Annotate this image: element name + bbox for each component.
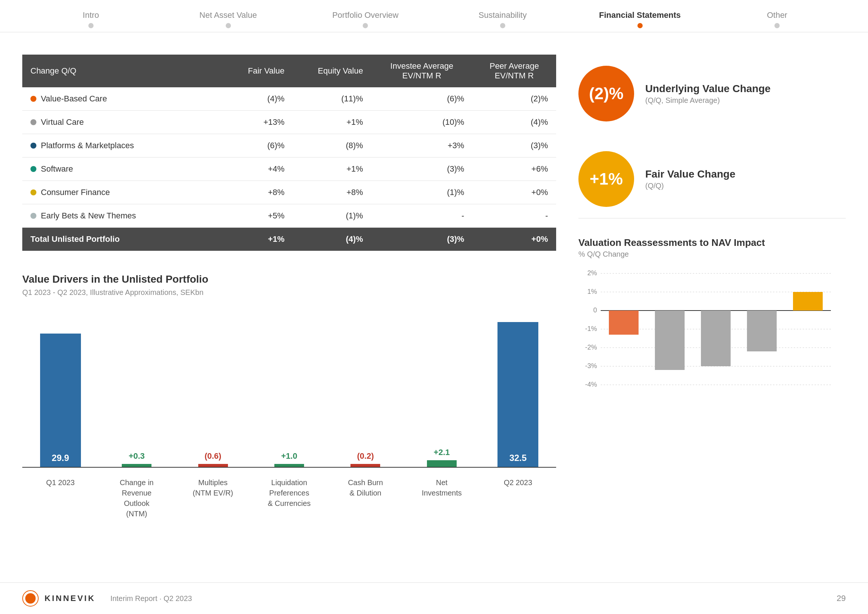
x-axis-label: Net Investments — [403, 477, 480, 519]
row-label: Value-Based Care — [22, 87, 225, 111]
col-header-peer: Peer Average EV/NTM R — [472, 54, 556, 87]
bar-group: +0.3 — [98, 312, 175, 467]
category-dot — [31, 190, 36, 195]
delta-label: +2.1 — [434, 448, 450, 457]
x-axis-label: Q1 2023 — [22, 477, 98, 519]
equity-value-cell: (1)% — [293, 204, 371, 228]
category-dot — [31, 119, 36, 125]
row-label: Platforms & Marketplaces — [22, 134, 225, 157]
svg-text:0: 0 — [593, 306, 597, 314]
svg-text:-3%: -3% — [585, 362, 597, 370]
x-axis-label: Liquidation Preferences & Currencies — [251, 477, 327, 519]
bar-group: (0.2) — [327, 312, 403, 467]
nav-dot-financial — [637, 23, 643, 28]
peer-cell: (4)% — [472, 111, 556, 134]
nav-item-other[interactable]: Other — [708, 10, 846, 25]
logo-text: KINNEVIK — [45, 594, 95, 603]
delta-bar — [427, 460, 457, 467]
nav-dot-portfolio — [363, 23, 368, 28]
table-row: Value-Based Care (4)% (11)% (6)% (2)% — [22, 87, 556, 111]
footer-page-number: 29 — [837, 594, 846, 603]
svg-text:-1%: -1% — [585, 325, 597, 333]
bar-group: (0.6) — [175, 312, 251, 467]
x-axis-label: Cash Burn & Dilution — [327, 477, 403, 519]
footer-logo: KINNEVIK — [22, 590, 95, 606]
category-dot — [31, 96, 36, 102]
fair-value-cell: +5% — [225, 204, 293, 228]
svg-text:1%: 1% — [587, 288, 597, 295]
fair-value-cell: +8% — [225, 181, 293, 204]
equity-value-cell: +8% — [293, 181, 371, 204]
fair-value-cell: (4)% — [225, 87, 293, 111]
peer-cell: - — [472, 204, 556, 228]
fair-value-group: +1% Fair Value Change (Q/Q) — [578, 151, 735, 207]
nav-item-portfolio[interactable]: Portfolio Overview — [297, 10, 434, 25]
row-label: Virtual Care — [22, 111, 225, 134]
investee-cell: (1)% — [371, 181, 472, 204]
nav-dot-intro — [88, 23, 93, 28]
delta-label: +1.0 — [281, 451, 297, 461]
val-bar — [701, 311, 731, 366]
fair-value-cell: +13% — [225, 111, 293, 134]
row-label: Consumer Finance — [22, 181, 225, 204]
main-content: Change Q/Q Fair Value Equity Value Inves… — [0, 32, 868, 520]
nav-dot-nav — [226, 23, 231, 28]
investee-cell: - — [371, 204, 472, 228]
svg-text:-4%: -4% — [585, 381, 597, 388]
val-bar — [747, 311, 777, 351]
fair-value-cell: +4% — [225, 157, 293, 181]
row-label: Early Bets & New Themes — [22, 204, 225, 228]
total-row: Total Unlisted Portfolio +1% (4)% (3)% +… — [22, 228, 556, 251]
left-panel: Change Q/Q Fair Value Equity Value Inves… — [22, 54, 556, 505]
investee-cell: (3)% — [371, 157, 472, 181]
underlying-value-text: Underlying Value Change (Q/Q, Simple Ave… — [645, 83, 771, 105]
fair-value-circle: +1% — [578, 151, 634, 207]
col-header-equity: Equity Value — [293, 54, 371, 87]
investee-cell: (6)% — [371, 87, 472, 111]
bar-group: +1.0 — [251, 312, 327, 467]
bar-inner-label: 32.5 — [509, 453, 527, 463]
nav-item-sustainability[interactable]: Sustainability — [434, 10, 571, 25]
right-panel: (2)% Underlying Value Change (Q/Q, Simpl… — [578, 54, 846, 505]
category-dot — [31, 213, 36, 219]
logo-icon — [22, 590, 39, 606]
delta-label: (0.6) — [205, 451, 221, 461]
valuation-svg: 2%1%0-1%-2%-3%-4%AverageWrite-DownWeight… — [578, 266, 846, 437]
val-bar — [655, 311, 685, 370]
total-investee: (3)% — [371, 228, 472, 251]
main-bar: 29.9 — [40, 334, 81, 467]
delta-bar — [122, 464, 152, 467]
peer-cell: (2)% — [472, 87, 556, 111]
delta-label: (0.2) — [357, 451, 374, 461]
table-row: Platforms & Marketplaces (6)% (8)% +3% (… — [22, 134, 556, 157]
investee-cell: +3% — [371, 134, 472, 157]
underlying-value-group: (2)% Underlying Value Change (Q/Q, Simpl… — [578, 66, 771, 121]
valuation-chart: 2%1%0-1%-2%-3%-4%AverageWrite-DownWeight… — [578, 266, 846, 415]
val-bar — [609, 311, 639, 335]
logo-inner — [25, 593, 36, 604]
equity-value-cell: (8)% — [293, 134, 371, 157]
nav-item-nav[interactable]: Net Asset Value — [160, 10, 297, 25]
nav-item-financial[interactable]: Financial Statements — [571, 10, 709, 25]
delta-bar — [274, 464, 304, 467]
nav-item-intro[interactable]: Intro — [22, 10, 160, 25]
row-label: Software — [22, 157, 225, 181]
peer-cell: +0% — [472, 181, 556, 204]
main-bar: 32.5 — [498, 322, 538, 467]
change-table: Change Q/Q Fair Value Equity Value Inves… — [22, 54, 556, 251]
table-row: Virtual Care +13% +1% (10)% (4)% — [22, 111, 556, 134]
x-axis-label: Change in Revenue Outlook (NTM) — [98, 477, 175, 519]
category-dot — [31, 143, 36, 149]
total-label: Total Unlisted Portfolio — [22, 228, 225, 251]
valuation-section: Valuation Reassessments to NAV Impact % … — [578, 237, 846, 415]
svg-text:-2%: -2% — [585, 344, 597, 351]
table-row: Consumer Finance +8% +8% (1)% +0% — [22, 181, 556, 204]
delta-bar — [350, 464, 380, 467]
delta-label: +0.3 — [129, 451, 144, 461]
investee-cell: (10)% — [371, 111, 472, 134]
top-navigation: Intro Net Asset Value Portfolio Overview… — [0, 0, 868, 32]
delta-bar — [198, 464, 228, 467]
peer-cell: +6% — [472, 157, 556, 181]
x-axis-label: Q2 2023 — [480, 477, 556, 519]
bar-chart: 29.9+0.3(0.6)+1.0(0.2)+2.132.5 Q1 2023Ch… — [22, 312, 556, 505]
